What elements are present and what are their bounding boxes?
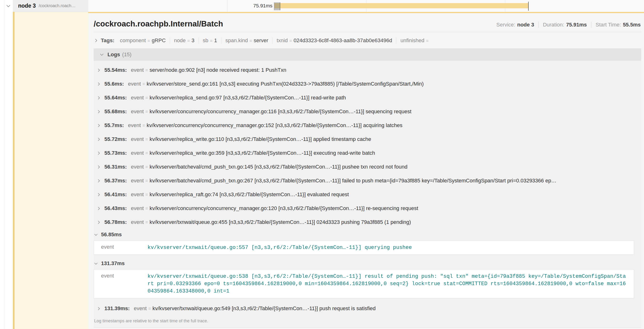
trace-timeline-view: node 3 /cockroach.roach… 75.91ms /cockro… xyxy=(0,0,644,329)
log-entry-row[interactable]: 56.41ms:event=kv/kvserver/replica_raft.g… xyxy=(94,188,641,202)
log-entry-message: server/node.go:902 [n3] node received re… xyxy=(150,67,286,73)
chevron-right-icon xyxy=(96,192,101,197)
tag-item: sb=1 xyxy=(198,38,221,44)
log-entry-time: 56.31ms: xyxy=(104,164,127,170)
log-entry-row[interactable]: 55.68ms:event=kv/kvserver/concurrency/co… xyxy=(94,105,641,118)
tag-item: unfinished= xyxy=(396,38,434,44)
span-title: /cockroach.roachpb.Internal/Batch xyxy=(94,19,223,28)
left-rail-divider xyxy=(4,0,4,329)
log-marker-tick xyxy=(278,2,278,10)
tag-list: component=gRPCnode=3sb=1span.kind=server… xyxy=(116,38,434,44)
logs-footer-note: Log timestamps are relative to the start… xyxy=(94,316,641,327)
tag-item: component=gRPC xyxy=(116,38,170,44)
chevron-down-icon[interactable] xyxy=(6,3,11,8)
log-entry-key: event xyxy=(128,122,141,128)
log-marker-tick xyxy=(528,2,529,11)
log-entry-time: 55.6ms: xyxy=(104,81,124,87)
log-entry-message: kv/kvserver/batcheval/cmd_push_txn.go:14… xyxy=(150,164,408,170)
kv-key: event xyxy=(94,270,148,298)
chevron-right-icon xyxy=(96,178,101,183)
log-entry-message: kv/kvserver/store_send.go:161 [n3,s3] ex… xyxy=(146,81,424,87)
span-detail-header: /cockroach.roachpb.Internal/Batch Servic… xyxy=(94,13,641,28)
span-duration-label: 75.91ms xyxy=(225,3,272,8)
log-entry-row[interactable]: 55.6ms:event=kv/kvserver/store_send.go:1… xyxy=(94,77,641,91)
tag-item: txnid=024d3323-6c8f-4863-aa8b-37ab0e6349… xyxy=(272,38,396,44)
log-marker-tick xyxy=(276,2,277,10)
kv-key: event xyxy=(94,241,148,254)
log-entry-row[interactable]: 131.39ms:event=kv/kvserver/txnwait/queue… xyxy=(94,302,641,316)
log-entry-time: 56.37ms: xyxy=(104,178,127,184)
logs-header[interactable]: Logs (15) xyxy=(94,48,641,61)
log-entry-time: 55.68ms: xyxy=(104,108,127,115)
timeline-ruler[interactable]: 75.91ms xyxy=(88,0,644,12)
log-entry-row[interactable]: 56.31ms:event=kv/kvserver/batcheval/cmd_… xyxy=(94,160,641,174)
log-kv-row: eventkv/kvserver/txnwait/queue.go:557 [n… xyxy=(94,241,634,254)
log-entry-message: kv/kvserver/concurrency/concurrency_mana… xyxy=(150,108,412,115)
span-service-name: node 3 xyxy=(18,2,36,9)
span-color-strip xyxy=(13,0,14,329)
tag-item: span.kind=server xyxy=(221,38,272,44)
log-entry-message: kv/kvserver/batcheval/cmd_push_txn.go:26… xyxy=(150,178,556,184)
span-row-header[interactable]: node 3 /cockroach.roach… xyxy=(13,0,88,12)
log-entry-time: 56.41ms: xyxy=(104,192,127,198)
chevron-right-icon xyxy=(96,123,101,128)
log-entry-row[interactable]: 55.72ms:event=kv/kvserver/replica_write.… xyxy=(94,132,641,146)
kv-value: kv/kvserver/txnwait/queue.go:538 [n3,s3,… xyxy=(148,270,634,298)
header-divider xyxy=(94,32,641,32)
chevron-right-icon xyxy=(96,137,101,142)
log-entries: 55.54ms:event=server/node.go:902 [n3] no… xyxy=(94,61,641,316)
span-meta-item: Service:node 3 xyxy=(496,22,538,28)
log-marker-tick xyxy=(280,2,280,10)
tag-item: node=3 xyxy=(170,38,198,44)
log-entry-row[interactable]: 56.78ms:event=kv/kvserver/txnwait/queue.… xyxy=(94,215,641,229)
log-entry-key: event xyxy=(131,150,144,156)
log-entry-row[interactable]: 55.64ms:event=kv/kvserver/replica_send.g… xyxy=(94,91,641,105)
log-entry-row[interactable]: 56.37ms:event=kv/kvserver/batcheval/cmd_… xyxy=(94,174,641,188)
log-entry-message: kv/kvserver/replica_write.go:359 [n3,s3,… xyxy=(150,150,375,156)
log-entry-message: kv/kvserver/txnwait/queue.go:455 [n3,s3,… xyxy=(150,219,411,225)
log-entry-time: 56.43ms: xyxy=(104,205,127,212)
log-entry-row[interactable]: 55.73ms:event=kv/kvserver/replica_write.… xyxy=(94,146,641,160)
log-entry-time: 55.54ms: xyxy=(104,67,127,73)
log-entry-key: event xyxy=(131,136,144,142)
log-entry-key: event xyxy=(128,81,141,87)
span-name-column-highlight[interactable] xyxy=(14,12,88,329)
log-entry-message: kv/kvserver/replica_send.go:97 [n3,s3,r6… xyxy=(150,95,346,101)
log-entry-row[interactable]: 55.7ms:event=kv/kvserver/concurrency/con… xyxy=(94,118,641,132)
log-expanded-header[interactable]: 131.37ms xyxy=(94,258,641,269)
tags-row[interactable]: Tags: component=gRPCnode=3sb=1span.kind=… xyxy=(94,36,641,45)
log-kv-table: eventkv/kvserver/txnwait/queue.go:538 [n… xyxy=(94,270,634,298)
chevron-down-icon xyxy=(100,52,104,57)
log-marker-tick xyxy=(274,2,274,10)
log-expanded-header[interactable]: 56.85ms xyxy=(94,229,641,240)
log-entry-key: event xyxy=(131,192,144,198)
span-meta-item: Duration:75.91ms xyxy=(538,22,591,28)
log-entry-key: event xyxy=(131,67,144,73)
log-entry-time: 55.7ms: xyxy=(104,122,124,128)
logs-title: Logs xyxy=(108,52,120,58)
log-entry-row[interactable]: 56.43ms:event=kv/kvserver/concurrency/co… xyxy=(94,202,641,215)
chevron-right-icon xyxy=(96,306,101,311)
log-entry-time: 55.72ms: xyxy=(104,136,127,142)
log-entry-time: 55.64ms: xyxy=(104,95,127,101)
log-entry-row[interactable]: 55.54ms:event=server/node.go:902 [n3] no… xyxy=(94,63,641,77)
log-entry-time: 56.78ms: xyxy=(104,219,127,225)
chevron-right-icon xyxy=(96,220,101,224)
log-entry-message: kv/kvserver/replica_write.go:110 [n3,s3,… xyxy=(150,136,371,142)
span-meta: Service:node 3Duration:75.91msStart Time… xyxy=(496,22,641,28)
log-entry-key: event xyxy=(131,178,144,184)
logs-section: Logs (15) 55.54ms:event=server/node.go:9… xyxy=(94,48,641,328)
tags-label: Tags: xyxy=(101,38,114,44)
log-entry-key: event xyxy=(134,306,146,312)
chevron-right-icon xyxy=(94,38,98,43)
log-entry-message: kv/kvserver/txnwait/queue.go:549 [n3,s3,… xyxy=(152,306,376,312)
span-meta-item: Start Time:55.5ms xyxy=(591,22,641,28)
log-entry-key: event xyxy=(131,108,144,115)
span-bar[interactable] xyxy=(274,3,529,8)
log-entry-message: kv/kvserver/replica_raft.go:74 [n3,s3,r6… xyxy=(150,192,349,198)
log-entry-key: event xyxy=(131,205,144,212)
chevron-down-icon xyxy=(94,232,98,237)
kv-value: kv/kvserver/txnwait/queue.go:557 [n3,s3,… xyxy=(148,241,634,254)
chevron-down-icon xyxy=(94,261,98,266)
span-operation-name: /cockroach.roach… xyxy=(38,3,76,8)
